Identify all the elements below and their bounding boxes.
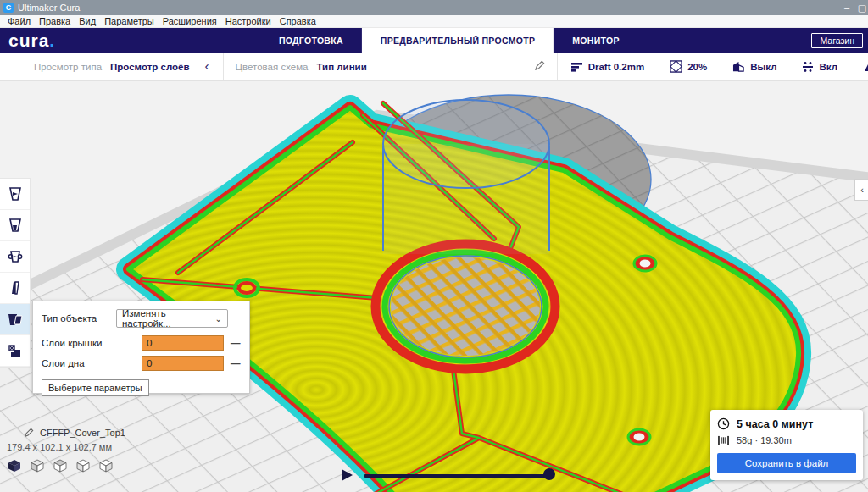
layers-icon	[571, 62, 583, 72]
cura-window: C Ultimaker Cura – ▢ Файл Правка Вид Пар…	[0, 0, 868, 492]
object-type-label: Тип объекта	[42, 313, 116, 323]
top-layers-label: Слои крышки	[42, 338, 116, 348]
per-model-settings-tool[interactable]	[0, 304, 30, 335]
print-summary-card: 5 часа 0 минут 58g · 19.30m Сохранить в …	[710, 410, 863, 480]
bottom-layers-label: Слои дна	[42, 358, 116, 368]
revert-icon[interactable]: —	[231, 338, 241, 348]
layer-slider-track[interactable]	[364, 474, 549, 478]
object-type-dropdown[interactable]: Изменять настройк...⌄	[116, 309, 228, 328]
select-settings-button[interactable]: Выберите параметры	[42, 379, 149, 396]
mirror-tool[interactable]	[0, 273, 30, 304]
print-time: 5 часа 0 минут	[737, 418, 813, 430]
infill-chip[interactable]: 20%	[670, 60, 707, 73]
menu-file[interactable]: Файл	[3, 16, 35, 26]
main-header: cura. ПОДГОТОВКА ПРЕДВАРИТЕЛЬНЫЙ ПРОСМОТ…	[0, 28, 868, 53]
play-button[interactable]	[342, 469, 353, 481]
divider	[223, 53, 224, 80]
rotate-tool[interactable]	[0, 241, 30, 273]
titlebar: C Ultimaker Cura – ▢	[0, 0, 868, 15]
maximize-button[interactable]: ▢	[856, 0, 868, 15]
color-scheme-dropdown[interactable]: Тип линии	[316, 62, 366, 72]
view-options-bar: Просмотр типа Просмотр слоёв ‹ Цветовая …	[0, 53, 868, 81]
menu-preferences[interactable]: Настройки	[221, 16, 275, 26]
tab-prepare[interactable]: ПОДГОТОВКА	[260, 28, 362, 53]
blocker-cylinder[interactable]	[383, 100, 549, 254]
clock-icon	[717, 417, 730, 430]
cura-logo: cura.	[8, 30, 55, 52]
spool-icon	[717, 435, 730, 445]
save-to-file-button[interactable]: Сохранить в файл	[717, 453, 856, 473]
view-type-dropdown[interactable]: Просмотр слоёв	[110, 62, 190, 72]
adhesion-chip[interactable]: Вкл	[802, 61, 837, 73]
app-icon: C	[3, 3, 14, 13]
view-top-button[interactable]	[53, 459, 68, 473]
divider	[557, 53, 558, 80]
model-name: CFFFP_Cover_Top1	[40, 428, 125, 438]
camera-view-buttons	[7, 459, 125, 473]
view-front-button[interactable]	[30, 459, 45, 473]
edit-pencil-icon[interactable]	[534, 60, 545, 73]
bottom-layers-input[interactable]: 0	[142, 356, 224, 371]
view-3d-button[interactable]	[7, 459, 22, 473]
stage-tabs: ПОДГОТОВКА ПРЕДВАРИТЕЛЬНЫЙ ПРОСМОТР МОНИ…	[260, 28, 638, 53]
top-layers-input[interactable]: 0	[142, 335, 224, 351]
revert-icon[interactable]: —	[231, 358, 241, 368]
menu-extensions[interactable]: Расширения	[159, 16, 221, 26]
menu-help[interactable]: Справка	[275, 16, 320, 26]
tab-monitor[interactable]: МОНИТОР	[554, 28, 637, 53]
expand-panel-button[interactable]: ‹	[854, 179, 868, 201]
scale-tool[interactable]	[0, 210, 30, 241]
minimize-button[interactable]: –	[837, 0, 856, 15]
model-dimensions: 179.4 x 102.1 x 102.7 мм	[7, 442, 125, 452]
tab-preview[interactable]: ПРЕДВАРИТЕЛЬНЫЙ ПРОСМОТР	[362, 28, 554, 53]
rename-pencil-icon[interactable]	[24, 428, 34, 438]
adhesion-icon	[802, 61, 814, 73]
collapse-chevron-icon[interactable]: ‹	[205, 58, 209, 73]
window-title: Ultimaker Cura	[18, 3, 80, 13]
move-tool[interactable]	[0, 179, 30, 210]
menu-view[interactable]: Вид	[75, 16, 100, 26]
color-scheme-label: Цветовая схема	[236, 62, 309, 72]
marketplace-button[interactable]: Магазин	[811, 33, 863, 48]
model-info: CFFFP_Cover_Top1 179.4 x 102.1 x 102.7 м…	[7, 428, 125, 473]
viewport-3d[interactable]: Тип объекта Изменять настройк...⌄ Слои к…	[0, 81, 868, 492]
support-icon	[732, 61, 745, 73]
menu-edit[interactable]: Правка	[35, 16, 75, 26]
profile-chip[interactable]: Draft 0.2mm	[571, 62, 644, 72]
chevron-down-icon: ⌄	[215, 314, 222, 323]
view-right-button[interactable]	[98, 459, 114, 473]
menu-settings[interactable]: Параметры	[100, 16, 159, 26]
tool-column	[0, 178, 31, 368]
infill-icon	[670, 60, 682, 73]
layer-slider-handle[interactable]	[543, 468, 555, 480]
clipped-toolbar-icon[interactable]	[863, 61, 868, 73]
view-left-button[interactable]	[75, 459, 91, 473]
material-usage: 58g · 19.30m	[737, 435, 792, 445]
menubar: Файл Правка Вид Параметры Расширения Нас…	[0, 15, 868, 28]
view-type-label: Просмотр типа	[34, 62, 102, 72]
logo-dot: .	[49, 30, 55, 50]
support-blocker-tool[interactable]	[0, 335, 30, 367]
support-chip[interactable]: Выкл	[732, 61, 776, 73]
per-object-settings-panel: Тип объекта Изменять настройк...⌄ Слои к…	[32, 301, 250, 394]
